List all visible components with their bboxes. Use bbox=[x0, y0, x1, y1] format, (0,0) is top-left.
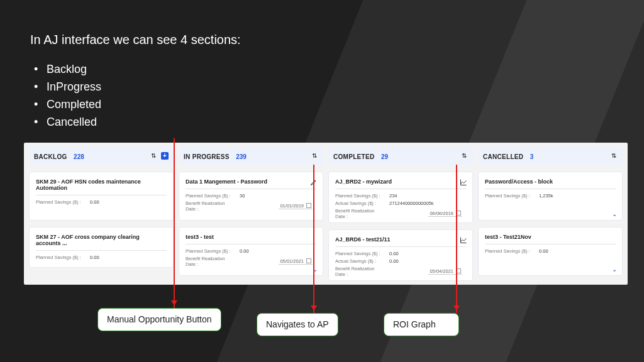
card-title: Password/Access - block bbox=[485, 178, 616, 189]
lane-title: COMPLETED bbox=[333, 153, 374, 160]
date-field[interactable]: 05/01/2021 bbox=[279, 258, 313, 265]
expand-chevron-icon[interactable]: ⌄ bbox=[612, 211, 617, 217]
calendar-icon bbox=[306, 258, 311, 263]
card[interactable]: AJ_BRD2 - mywizardPlanned Savings ($) :2… bbox=[328, 172, 473, 223]
card[interactable]: Data 1 Mangement - PasswordPlanned Savin… bbox=[179, 172, 323, 221]
lane-title: BACKLOG bbox=[34, 153, 67, 160]
card-row: Planned Savings ($) :1,235k bbox=[485, 193, 616, 199]
calendar-icon bbox=[306, 203, 311, 208]
lane-count: 239 bbox=[236, 153, 247, 160]
lane-header: IN PROGRESS 239⇅ bbox=[179, 146, 323, 165]
add-opportunity-button[interactable]: + bbox=[161, 152, 169, 160]
card-row: Actual Savings ($) :0.00 bbox=[335, 258, 466, 264]
card-row: Planned Savings ($) :0.00 bbox=[36, 199, 167, 205]
section-item: Backlog bbox=[33, 61, 614, 79]
lane-count: 3 bbox=[530, 153, 534, 160]
callout-manual-opportunity: Manual Opportunity Button bbox=[97, 308, 221, 331]
lane: BACKLOG 228⇅+SKM 29 - AOF HSN codes main… bbox=[29, 146, 174, 281]
lane-title: CANCELLED bbox=[483, 153, 523, 160]
card[interactable]: SKM 29 - AOF HSN codes maintenance Autom… bbox=[29, 172, 174, 221]
roi-graph-icon[interactable] bbox=[460, 235, 467, 243]
expand-chevron-icon[interactable]: ⌄ bbox=[612, 266, 617, 273]
card-row: Planned Savings ($) :30 bbox=[186, 193, 316, 199]
card-title: test3 - test bbox=[186, 234, 316, 244]
card-title: AJ_BRD6 - test21/11 bbox=[335, 236, 466, 247]
kanban-board: BACKLOG 228⇅+SKM 29 - AOF HSN codes main… bbox=[24, 143, 628, 285]
lane-header: COMPLETED 29⇅ bbox=[328, 146, 473, 165]
card-row: Benefit Realization Date :01/01/2019 bbox=[186, 200, 316, 212]
sort-icon[interactable]: ⇅ bbox=[150, 152, 157, 160]
section-item: Cancelled bbox=[33, 114, 614, 131]
card-row: Planned Savings ($) :0.00 bbox=[36, 255, 167, 260]
card-row: Actual Savings ($) :2712440000000005k bbox=[335, 200, 466, 206]
card-row: Planned Savings ($) :234 bbox=[335, 193, 466, 199]
card-row: Benefit Realization Date :05/01/2021 bbox=[186, 256, 316, 267]
sort-icon[interactable]: ⇅ bbox=[610, 152, 618, 160]
roi-graph-icon[interactable] bbox=[460, 177, 467, 185]
callout-navigates-ap: Navigates to AP bbox=[257, 313, 338, 336]
card[interactable]: AJ_BRD6 - test21/11Planned Savings ($) :… bbox=[328, 229, 473, 281]
sections-list: Backlog InProgress Completed Cancelled bbox=[33, 61, 614, 131]
card[interactable]: Password/Access - blockPlanned Savings (… bbox=[478, 172, 623, 221]
sort-icon[interactable]: ⇅ bbox=[460, 152, 468, 160]
card-row: Planned Savings ($) :0.00 bbox=[335, 251, 466, 256]
lane-header: CANCELLED 3⇅ bbox=[478, 146, 623, 165]
card[interactable]: SKM 27 - AOF cross company clearing acco… bbox=[29, 227, 174, 268]
card-title: SKM 27 - AOF cross company clearing acco… bbox=[36, 234, 167, 251]
card[interactable]: test3 - testPlanned Savings ($) :0.00Ben… bbox=[179, 227, 323, 276]
lane: COMPLETED 29⇅AJ_BRD2 - mywizardPlanned S… bbox=[328, 146, 473, 281]
card-title: Data 1 Mangement - Password bbox=[186, 178, 316, 189]
card-row: Benefit Realization Date :06/06/2018 bbox=[335, 208, 466, 219]
arrow-manual-opportunity bbox=[174, 138, 175, 308]
card-row: Planned Savings ($) :0.00 bbox=[186, 248, 316, 254]
card-title: AJ_BRD2 - mywizard bbox=[335, 178, 466, 189]
date-field[interactable]: 01/01/2019 bbox=[279, 203, 313, 209]
lane-count: 29 bbox=[381, 153, 388, 160]
card-row: Planned Savings ($) :0.00 bbox=[485, 248, 616, 254]
card-title: test3 - Test21Nov bbox=[485, 234, 616, 244]
section-item: InProgress bbox=[33, 79, 614, 96]
arrow-navigates-ap bbox=[313, 165, 314, 313]
section-item: Completed bbox=[33, 96, 614, 114]
lane-count: 228 bbox=[74, 153, 84, 160]
card[interactable]: test3 - Test21NovPlanned Savings ($) :0.… bbox=[478, 227, 623, 276]
arrow-roi-graph bbox=[456, 165, 457, 313]
lane: CANCELLED 3⇅Password/Access - blockPlann… bbox=[478, 146, 623, 281]
lane-title: IN PROGRESS bbox=[184, 153, 230, 160]
heading-text: In AJ interface we can see 4 sections: bbox=[30, 33, 614, 47]
card-row: Benefit Realization Date :05/04/2021 bbox=[335, 266, 466, 277]
callout-roi-graph: ROI Graph bbox=[384, 313, 459, 336]
lane-header: BACKLOG 228⇅+ bbox=[29, 146, 174, 165]
sort-icon[interactable]: ⇅ bbox=[311, 152, 318, 160]
card-title: SKM 29 - AOF HSN codes maintenance Autom… bbox=[36, 178, 167, 195]
lane: IN PROGRESS 239⇅Data 1 Mangement - Passw… bbox=[179, 146, 323, 281]
